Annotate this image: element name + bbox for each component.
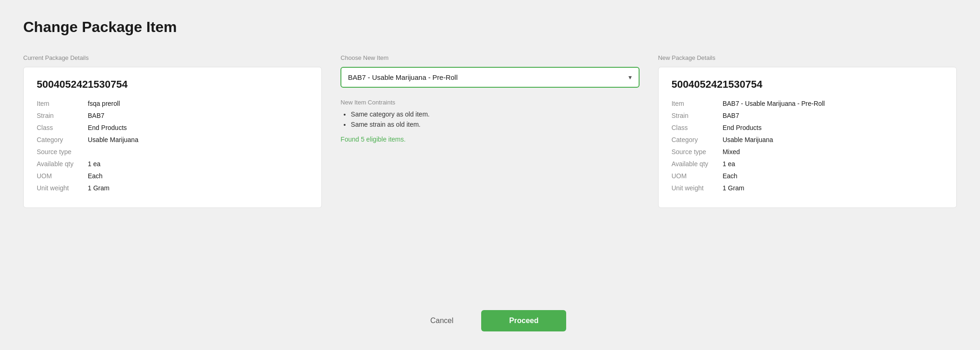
new-package-card: 5004052421530754 Item BAB7 - Usable Mari… xyxy=(658,67,957,208)
new-package-details: Item BAB7 - Usable Marijuana - Pre-Roll … xyxy=(672,100,943,192)
detail-label: UOM xyxy=(672,172,723,180)
detail-row: Strain BAB7 xyxy=(37,112,308,119)
detail-row: Class End Products xyxy=(672,124,943,131)
detail-label: Source type xyxy=(672,148,723,156)
detail-row: Strain BAB7 xyxy=(672,112,943,119)
detail-row: Item fsqa preroll xyxy=(37,100,308,107)
detail-label: Item xyxy=(37,100,88,107)
detail-value: 1 ea xyxy=(88,160,100,168)
detail-row: Source type Mixed xyxy=(672,148,943,156)
detail-label: UOM xyxy=(37,172,88,180)
constraints-label: New Item Contraints xyxy=(340,99,639,106)
current-package-details: Item fsqa preroll Strain BAB7 Class End … xyxy=(37,100,308,192)
detail-value: End Products xyxy=(723,124,762,131)
detail-row: Unit weight 1 Gram xyxy=(672,184,943,192)
choose-item-label: Choose New Item xyxy=(340,54,639,61)
detail-value: Mixed xyxy=(723,148,740,156)
detail-label: Category xyxy=(672,136,723,143)
new-package-id: 5004052421530754 xyxy=(672,78,943,91)
detail-value: 1 ea xyxy=(723,160,735,168)
main-content: Current Package Details 5004052421530754… xyxy=(23,54,957,282)
detail-value: Each xyxy=(723,172,738,180)
detail-row: Available qty 1 ea xyxy=(672,160,943,168)
new-package-panel: New Package Details 5004052421530754 Ite… xyxy=(658,54,957,208)
detail-value: Usable Marijuana xyxy=(723,136,773,143)
detail-label: Source type xyxy=(37,148,88,156)
detail-label: Strain xyxy=(37,112,88,119)
detail-value: End Products xyxy=(88,124,127,131)
item-select-wrapper[interactable]: BAB7 - Usable Marijuana - Pre-Roll ▼ xyxy=(340,67,639,88)
detail-label: Available qty xyxy=(672,160,723,168)
constraint-item: Same category as old item. xyxy=(351,110,639,118)
current-package-id: 5004052421530754 xyxy=(37,78,308,91)
constraint-item: Same strain as old item. xyxy=(351,121,639,128)
cancel-button[interactable]: Cancel xyxy=(414,310,470,331)
eligible-text: Found 5 eligible items. xyxy=(340,136,639,143)
item-select[interactable]: BAB7 - Usable Marijuana - Pre-Roll xyxy=(340,67,639,88)
current-package-card: 5004052421530754 Item fsqa preroll Strai… xyxy=(23,67,322,208)
detail-label: Unit weight xyxy=(37,184,88,192)
detail-row: Unit weight 1 Gram xyxy=(37,184,308,192)
detail-label: Class xyxy=(37,124,88,131)
detail-row: UOM Each xyxy=(37,172,308,180)
detail-label: Class xyxy=(672,124,723,131)
detail-label: Item xyxy=(672,100,723,107)
detail-label: Available qty xyxy=(37,160,88,168)
footer-actions: Cancel Proceed xyxy=(23,301,957,331)
choose-item-panel: Choose New Item BAB7 - Usable Marijuana … xyxy=(340,54,639,143)
detail-label: Strain xyxy=(672,112,723,119)
detail-value: BAB7 - Usable Marijuana - Pre-Roll xyxy=(723,100,825,107)
detail-row: UOM Each xyxy=(672,172,943,180)
detail-row: Category Usable Marijuana xyxy=(672,136,943,143)
current-package-label: Current Package Details xyxy=(23,54,322,61)
detail-label: Unit weight xyxy=(672,184,723,192)
new-package-label: New Package Details xyxy=(658,54,957,61)
detail-row: Source type xyxy=(37,148,308,156)
current-package-panel: Current Package Details 5004052421530754… xyxy=(23,54,322,208)
detail-row: Item BAB7 - Usable Marijuana - Pre-Roll xyxy=(672,100,943,107)
detail-value: Usable Marijuana xyxy=(88,136,138,143)
detail-value: fsqa preroll xyxy=(88,100,120,107)
detail-label: Category xyxy=(37,136,88,143)
page-title: Change Package Item xyxy=(23,19,957,36)
constraints-list: Same category as old item.Same strain as… xyxy=(340,110,639,128)
detail-value: 1 Gram xyxy=(723,184,745,192)
detail-value: Each xyxy=(88,172,103,180)
detail-value: BAB7 xyxy=(723,112,739,119)
detail-row: Available qty 1 ea xyxy=(37,160,308,168)
detail-value: 1 Gram xyxy=(88,184,110,192)
detail-row: Category Usable Marijuana xyxy=(37,136,308,143)
detail-row: Class End Products xyxy=(37,124,308,131)
proceed-button[interactable]: Proceed xyxy=(481,310,566,331)
detail-value: BAB7 xyxy=(88,112,105,119)
